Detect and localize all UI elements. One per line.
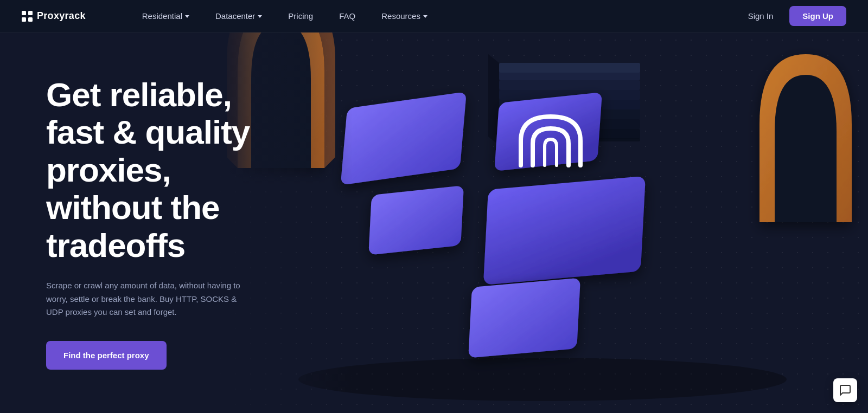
nav-links: Residential Datacenter Pricing FAQ Resou… (129, 0, 736, 33)
svg-rect-5 (499, 80, 640, 90)
cta-button[interactable]: Find the perfect proxy (46, 341, 167, 370)
svg-rect-18 (468, 278, 580, 358)
svg-rect-0 (22, 11, 26, 15)
svg-rect-2 (22, 17, 26, 22)
nav-resources[interactable]: Resources (368, 0, 441, 33)
chevron-down-icon (423, 15, 427, 18)
svg-rect-15 (494, 92, 602, 171)
chevron-down-icon (185, 15, 189, 18)
tile-4 (483, 176, 646, 285)
nav-pricing[interactable]: Pricing (275, 0, 326, 33)
chat-icon (839, 384, 852, 397)
chat-widget[interactable] (833, 378, 857, 402)
chevron-down-icon (258, 15, 262, 18)
svg-rect-3 (28, 17, 33, 22)
svg-rect-17 (483, 176, 646, 285)
tile-5 (468, 278, 580, 358)
logo-text: Proxyrack (37, 10, 86, 22)
svg-rect-11 (499, 63, 640, 73)
hero-subtitle: Scrape or crawl any amount of data, with… (46, 279, 252, 319)
signup-button[interactable]: Sign Up (789, 6, 846, 26)
svg-rect-16 (368, 185, 464, 255)
hero-section: Get reliable, fast & quality proxies, wi… (0, 0, 868, 413)
nav-datacenter[interactable]: Datacenter (202, 0, 275, 33)
logo-icon (22, 11, 33, 22)
nav-faq[interactable]: FAQ (326, 0, 368, 33)
tile-2 (494, 92, 602, 171)
navbar: Proxyrack Residential Datacenter Pricing… (0, 0, 868, 33)
nav-right: Sign In Sign Up (736, 6, 846, 26)
arch-right (760, 54, 852, 222)
tile-3 (368, 185, 464, 255)
svg-rect-1 (28, 11, 33, 15)
logo[interactable]: Proxyrack (22, 10, 86, 22)
signin-button[interactable]: Sign In (736, 7, 786, 25)
hero-content: Get reliable, fast & quality proxies, wi… (0, 33, 336, 413)
nav-residential[interactable]: Residential (129, 0, 202, 33)
hero-title: Get reliable, fast & quality proxies, wi… (46, 76, 290, 264)
